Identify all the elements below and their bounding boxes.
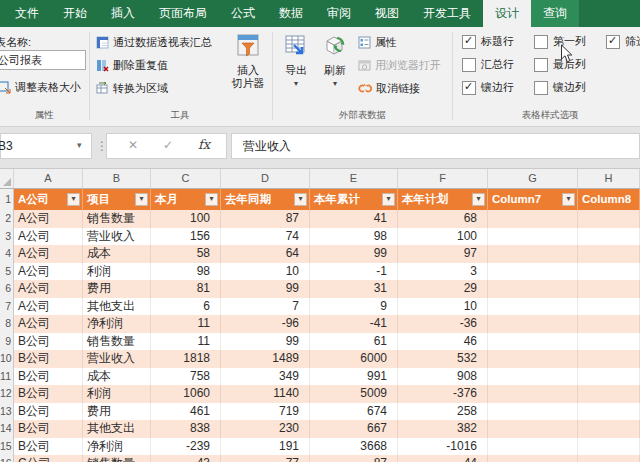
cell-F9[interactable]: 46: [398, 333, 488, 351]
checkbox-checked-icon[interactable]: [606, 35, 620, 49]
cell-G3[interactable]: [488, 228, 578, 246]
summarize-with-pivottable-button[interactable]: 通过数据透视表汇总: [96, 32, 212, 52]
cell-E9[interactable]: 61: [310, 333, 398, 351]
checkbox-checked-icon[interactable]: [462, 81, 476, 95]
ribbon-tab-7[interactable]: 审阅: [315, 0, 363, 27]
cell-E3[interactable]: 98: [310, 228, 398, 246]
cell-E6[interactable]: 31: [310, 280, 398, 298]
cell-G9[interactable]: [488, 333, 578, 351]
cell-H7[interactable]: [578, 298, 640, 316]
ribbon-tab-11[interactable]: 查询: [531, 0, 579, 27]
checkbox-unchecked-icon[interactable]: [534, 58, 548, 72]
cell-C3[interactable]: 156: [151, 228, 221, 246]
cell-H2[interactable]: [578, 210, 640, 228]
cell-B12[interactable]: 利润: [83, 385, 151, 403]
filter-dropdown-icon[interactable]: ▾: [562, 193, 575, 206]
ribbon-tab-10[interactable]: 设计: [483, 0, 531, 27]
formula-input[interactable]: 营业收入: [231, 133, 640, 159]
export-button[interactable]: 导出 ▾: [277, 31, 315, 119]
cell-B6[interactable]: 费用: [83, 280, 151, 298]
cell-E5[interactable]: -1: [310, 263, 398, 281]
row-header-2[interactable]: 2: [0, 210, 14, 228]
column-header-D[interactable]: D: [221, 169, 310, 188]
filter-dropdown-icon[interactable]: ▾: [294, 193, 307, 206]
checkbox-unchecked-icon[interactable]: [534, 81, 548, 95]
cell-B16[interactable]: 销售数量: [83, 455, 151, 462]
cell-F13[interactable]: 258: [398, 403, 488, 421]
row-header-12[interactable]: 12: [0, 385, 14, 403]
column-header-F[interactable]: F: [398, 169, 488, 188]
cell-A13[interactable]: B公司: [14, 403, 83, 421]
style-option-1[interactable]: 标题行: [462, 34, 514, 49]
ribbon-tab-4[interactable]: 页面布局: [147, 0, 219, 27]
cell-E15[interactable]: 3668: [310, 438, 398, 456]
row-header-1[interactable]: 1: [0, 189, 14, 210]
cell-G2[interactable]: [488, 210, 578, 228]
cell-G6[interactable]: [488, 280, 578, 298]
cell-F5[interactable]: 3: [398, 263, 488, 281]
row-header-16[interactable]: 16: [0, 455, 14, 462]
cell-G5[interactable]: [488, 263, 578, 281]
column-header-B[interactable]: B: [83, 169, 151, 188]
select-all-corner[interactable]: [0, 169, 14, 188]
cell-G11[interactable]: [488, 368, 578, 386]
filter-dropdown-icon[interactable]: ▾: [472, 193, 485, 206]
cell-D16[interactable]: 77: [221, 455, 310, 462]
ribbon-tab-6[interactable]: 数据: [267, 0, 315, 27]
cell-G8[interactable]: [488, 315, 578, 333]
cell-B7[interactable]: 其他支出: [83, 298, 151, 316]
cell-H10[interactable]: [578, 350, 640, 368]
cell-A6[interactable]: A公司: [14, 280, 83, 298]
cell-D4[interactable]: 64: [221, 245, 310, 263]
row-header-6[interactable]: 6: [0, 280, 14, 298]
cell-F7[interactable]: 10: [398, 298, 488, 316]
column-header-C[interactable]: C: [151, 169, 221, 188]
cell-C5[interactable]: 98: [151, 263, 221, 281]
cell-B5[interactable]: 利润: [83, 263, 151, 281]
checkbox-unchecked-icon[interactable]: [462, 58, 476, 72]
unlink-button[interactable]: 取消链接: [358, 78, 420, 98]
row-header-9[interactable]: 9: [0, 333, 14, 351]
cell-D12[interactable]: 1140: [221, 385, 310, 403]
cell-C8[interactable]: 11: [151, 315, 221, 333]
cell-C12[interactable]: 1060: [151, 385, 221, 403]
ribbon-tab-9[interactable]: 开发工具: [411, 0, 483, 27]
cell-F6[interactable]: 29: [398, 280, 488, 298]
cell-A4[interactable]: A公司: [14, 245, 83, 263]
export-dropdown-arrow[interactable]: ▾: [277, 79, 315, 88]
cell-D11[interactable]: 349: [221, 368, 310, 386]
row-header-4[interactable]: 4: [0, 245, 14, 263]
cell-G7[interactable]: [488, 298, 578, 316]
name-box-dropdown-icon[interactable]: ▾: [77, 140, 82, 150]
cell-F15[interactable]: -1016: [398, 438, 488, 456]
cell-E7[interactable]: 9: [310, 298, 398, 316]
cell-F8[interactable]: -36: [398, 315, 488, 333]
cell-E13[interactable]: 674: [310, 403, 398, 421]
cell-H15[interactable]: [578, 438, 640, 456]
cell-G12[interactable]: [488, 385, 578, 403]
cell-H11[interactable]: [578, 368, 640, 386]
checkbox-checked-icon[interactable]: [462, 35, 476, 49]
cell-F3[interactable]: 100: [398, 228, 488, 246]
cell-C11[interactable]: 758: [151, 368, 221, 386]
table-name-input[interactable]: 各公司报表: [0, 50, 86, 70]
cell-F10[interactable]: 532: [398, 350, 488, 368]
filter-dropdown-icon[interactable]: ▾: [382, 193, 395, 206]
cell-B9[interactable]: 销售数量: [83, 333, 151, 351]
ribbon-tab-2[interactable]: 开始: [51, 0, 99, 27]
cell-C10[interactable]: 1818: [151, 350, 221, 368]
cell-D6[interactable]: 99: [221, 280, 310, 298]
insert-slicer-button[interactable]: 插入 切片器: [228, 31, 268, 119]
cell-B10[interactable]: 营业收入: [83, 350, 151, 368]
cell-D9[interactable]: 99: [221, 333, 310, 351]
cell-B15[interactable]: 净利润: [83, 438, 151, 456]
cell-E11[interactable]: 991: [310, 368, 398, 386]
cell-H6[interactable]: [578, 280, 640, 298]
filter-dropdown-icon[interactable]: ▾: [205, 193, 218, 206]
cell-G13[interactable]: [488, 403, 578, 421]
row-header-5[interactable]: 5: [0, 263, 14, 281]
cancel-icon[interactable]: ✕: [128, 138, 138, 152]
cell-E10[interactable]: 6000: [310, 350, 398, 368]
cell-F16[interactable]: 44: [398, 455, 488, 462]
cell-H8[interactable]: [578, 315, 640, 333]
